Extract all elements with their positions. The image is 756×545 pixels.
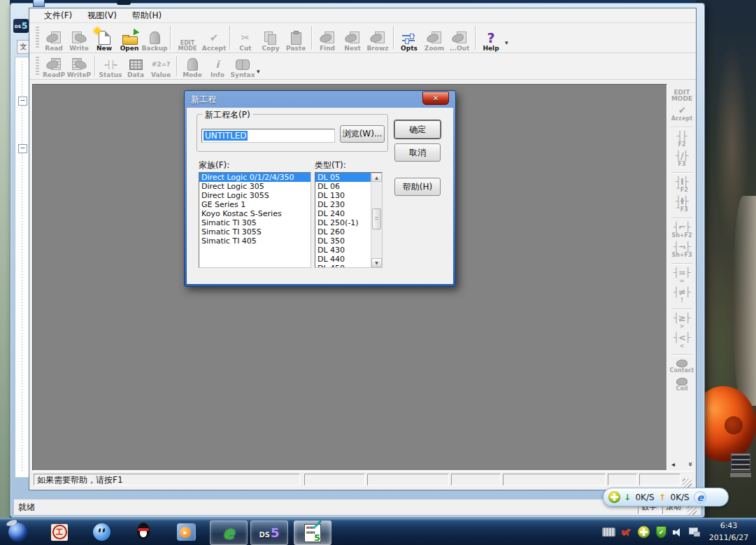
read-button[interactable]: Read (41, 23, 66, 52)
toolbar-drag-handle[interactable] (36, 27, 39, 49)
taskbar-qq[interactable] (127, 521, 159, 544)
next-button[interactable]: Next (340, 23, 365, 52)
accept-button[interactable]: ✔ Accept (201, 23, 227, 52)
list-item[interactable]: DL 05 (315, 173, 371, 182)
palette-contact-ctrl-f3[interactable]: ┤Ɨ├ ^F3 (669, 197, 694, 213)
list-item[interactable]: DL 260 (315, 227, 371, 236)
taskbar-clock[interactable]: 6:43 2011/6/27 (703, 520, 755, 544)
read-program-button[interactable]: ReadP (41, 53, 66, 79)
network-speed-widget[interactable]: ↓ 0K/S ↑ 0K/S e (603, 488, 729, 507)
desktop-shortcut-icon[interactable] (729, 453, 753, 481)
volume-icon[interactable] (673, 528, 683, 537)
palette-accept[interactable]: ✔ Accept (669, 106, 694, 122)
taskbar-directsoft[interactable]: DS5 (250, 521, 288, 545)
palette-browse-contact[interactable]: Contact (669, 359, 694, 374)
family-listbox[interactable]: Direct Logic 0/1/2/4/350 Direct Logic 30… (199, 172, 311, 268)
list-item[interactable]: Direct Logic 305 (199, 182, 311, 191)
cancel-button[interactable]: 取消 (394, 143, 441, 162)
help-button[interactable]: ? Help (478, 23, 504, 52)
taskbar-icbc[interactable]: 工 (43, 521, 76, 544)
keyboard-layout-icon[interactable] (602, 528, 615, 537)
palette-browse-coil[interactable]: Coil (669, 377, 694, 392)
copy-button[interactable]: Copy (258, 23, 283, 52)
info-button[interactable]: i Info (205, 53, 230, 79)
browse-button[interactable]: Browz (365, 23, 390, 52)
list-item[interactable]: Simatic TI 305 (199, 218, 311, 227)
palette-contact-shift-f3[interactable]: ┤¬├ Sh+F3 (669, 242, 694, 258)
list-item[interactable]: Simatic TI 405 (199, 236, 311, 246)
toolbar-drag-handle[interactable] (36, 57, 39, 76)
write-program-button[interactable]: WriteP (66, 53, 92, 79)
data-view-button[interactable]: Data (123, 53, 148, 79)
palette-contact-ctrl-f2[interactable]: ┤I├ ^F2 (669, 177, 694, 193)
palette-contact-shift-f2[interactable]: ┤⌐├ Sh+F2 (669, 222, 694, 239)
zoom-out-button[interactable]: ...Out (447, 23, 472, 52)
syntax-check-button[interactable]: Syntax (230, 53, 255, 79)
list-item[interactable]: DL 240 (315, 209, 371, 218)
scroll-down-icon[interactable]: ▼ (371, 258, 382, 267)
menu-help[interactable]: 帮助(H) (124, 8, 169, 23)
taskbar-media-player[interactable]: ▸ (169, 521, 201, 544)
tree-collapse-icon[interactable]: − (18, 97, 27, 106)
zoom-button[interactable]: Zoom (422, 23, 447, 52)
paste-button[interactable]: Paste (283, 23, 308, 52)
collapse-double-chevron-icon[interactable]: » (686, 462, 694, 466)
list-item[interactable]: DL 450 (315, 264, 371, 268)
list-item[interactable]: DL 250(-1) (315, 218, 371, 227)
360-tray-icon[interactable] (638, 526, 650, 538)
browse-button[interactable]: 浏览(W)... (340, 125, 385, 143)
palette-contact-f3[interactable]: ┤/├ F3 (669, 151, 694, 167)
list-item[interactable]: DL 06 (315, 182, 371, 191)
list-item[interactable]: Direct Logic 305S (199, 191, 311, 200)
muted-speaker-icon[interactable] (622, 528, 632, 537)
list-item[interactable]: DL 440 (315, 255, 371, 264)
palette-contact-f2[interactable]: ┤├ F2 (669, 132, 694, 148)
resize-grip[interactable] (687, 506, 697, 515)
list-item[interactable]: GE Series 1 (199, 200, 311, 209)
browser-icon[interactable]: e (694, 491, 706, 504)
palette-compare-not-equal[interactable]: ┤≠├ ! (669, 288, 694, 304)
tree-collapse-icon[interactable]: − (18, 144, 27, 153)
list-item[interactable]: Simatic TI 305S (199, 227, 311, 236)
list-item[interactable]: DL 230 (315, 200, 371, 209)
taskbar-green-browser[interactable]: e (210, 521, 248, 545)
taskbar-messenger[interactable] (85, 521, 117, 544)
new-button[interactable]: New (92, 23, 117, 52)
cut-button[interactable]: ✂ Cut (233, 23, 258, 52)
ok-button[interactable]: 确定 (394, 120, 441, 139)
menu-view[interactable]: 视图(V) (80, 8, 124, 23)
palette-compare-equal[interactable]: ┤=├ = (669, 268, 694, 284)
type-list-scrollbar[interactable]: ▲ ▼ (371, 173, 382, 267)
scroll-up-icon[interactable]: ▲ (371, 173, 382, 182)
taskbar-ladder-editor[interactable]: HHH HHH 5 (294, 521, 331, 545)
type-listbox[interactable]: DL 05 DL 06 DL 130 DL 230 DL 240 DL 250(… (315, 172, 383, 268)
options-button[interactable]: Opts (397, 23, 422, 52)
list-item[interactable]: Koyo Kostac S-Series (199, 209, 311, 218)
change-value-button[interactable]: #2=? Value (148, 53, 173, 79)
find-button[interactable]: Find (315, 23, 340, 52)
dialog-title-bar[interactable]: 新工程 ✕ (185, 91, 455, 108)
toolbar-overflow-chevron-icon[interactable]: ▾ (257, 68, 260, 75)
resize-grip[interactable] (683, 479, 692, 488)
palette-compare-less[interactable]: ┤<├ < (669, 333, 694, 349)
collapse-left-icon[interactable]: ◂ (671, 460, 675, 468)
scrollbar-thumb[interactable] (372, 208, 381, 229)
antivirus-shield-icon[interactable]: ✔ (656, 526, 666, 538)
toolbar-overflow-chevron-icon[interactable]: ▾ (505, 39, 508, 46)
status-button[interactable]: -┤├- Status (98, 53, 123, 79)
palette-compare-greater[interactable]: ┤≥├ > (669, 313, 694, 330)
write-button[interactable]: Write (66, 23, 92, 52)
project-name-input[interactable]: UNTITLED (201, 129, 335, 143)
list-item[interactable]: Direct Logic 0/1/2/4/350 (199, 173, 311, 182)
list-item[interactable]: DL 130 (315, 191, 371, 200)
edit-mode-button[interactable]: EDIT MODE (173, 23, 201, 52)
taskbar-google-earth[interactable] (1, 521, 34, 544)
close-button[interactable]: ✕ (422, 92, 449, 105)
network-status-icon[interactable] (689, 528, 700, 537)
open-button[interactable]: Open (117, 23, 142, 52)
palette-edit-mode[interactable]: EDIT MODE (669, 90, 694, 102)
mode-button[interactable]: Mode (180, 53, 205, 79)
list-item[interactable]: DL 350 (315, 236, 371, 246)
list-item[interactable]: DL 430 (315, 246, 371, 255)
menu-file[interactable]: 文件(F) (36, 8, 80, 23)
